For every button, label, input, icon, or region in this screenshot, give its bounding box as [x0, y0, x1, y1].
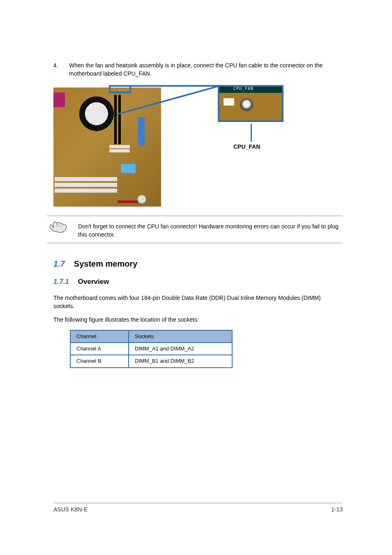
section-heading: 1.7 System memory — [53, 258, 343, 269]
footer-product: ASUS K8N-E — [53, 506, 88, 514]
note-text: Don't forget to connect the CPU fan conn… — [78, 220, 343, 239]
section-number: 1.7 — [53, 258, 65, 269]
callout-connector-line-top — [130, 85, 219, 87]
overview-paragraph-1: The motherboard comes with four 184-pin … — [53, 294, 343, 310]
channel-b-sockets: DIMM_B1 and DIMM_B2 — [129, 355, 232, 367]
motherboard-figure: CPU_FAN CPU_FAN — [53, 85, 343, 208]
table-row: Channel A DIMM_A1 and DIMM_A2 — [70, 343, 232, 355]
page-footer: ASUS K8N-E 1-13 — [53, 503, 343, 514]
table-header-row: Channel Sockets — [70, 330, 232, 343]
subsection-title: Overview — [78, 277, 109, 287]
subsection-number: 1.7.1 — [53, 277, 69, 287]
table-header-sockets: Sockets — [129, 330, 232, 343]
memory-channel-table: Channel Sockets Channel A DIMM_A1 and DI… — [70, 330, 233, 368]
table-header-channel: Channel — [70, 330, 129, 343]
cpu-fan-callout-label: CPU_FAN — [233, 143, 260, 151]
table-row: Channel B DIMM_B1 and DIMM_B2 — [70, 355, 232, 367]
cpu-fan-silkscreen-text: CPU_FAN — [233, 86, 254, 92]
install-step: 4. When the fan and heatsink assembly is… — [53, 62, 343, 78]
callout-leader-line — [251, 124, 252, 142]
section-title: System memory — [74, 258, 138, 269]
overview-paragraph-2: The following figure illustrates the loc… — [53, 316, 343, 324]
subsection-heading: 1.7.1 Overview — [53, 277, 343, 287]
channel-a-label: Channel A — [70, 343, 129, 355]
channel-b-label: Channel B — [70, 355, 129, 367]
important-note: Don't forget to connect the CPU fan conn… — [47, 216, 343, 243]
footer-page-number: 1-13 — [331, 506, 343, 514]
callout-box-outline — [109, 85, 131, 93]
channel-a-sockets: DIMM_A1 and DIMM_A2 — [129, 343, 232, 355]
step-number: 4. — [53, 62, 62, 78]
step-text: When the fan and heatsink assembly is in… — [69, 62, 343, 78]
hand-pointer-icon — [48, 220, 71, 237]
